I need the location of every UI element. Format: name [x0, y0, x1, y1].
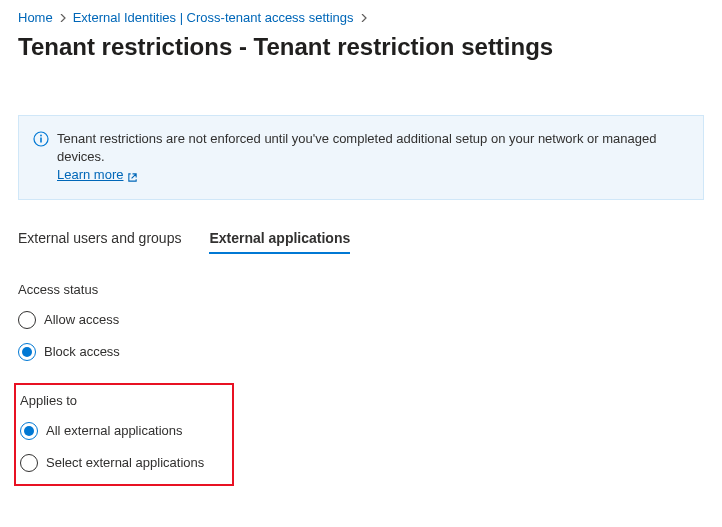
- learn-more-link[interactable]: Learn more: [57, 166, 138, 184]
- page-title: Tenant restrictions - Tenant restriction…: [18, 33, 704, 61]
- tab-external-users-groups[interactable]: External users and groups: [18, 224, 181, 254]
- radio-label: Allow access: [44, 312, 119, 327]
- radio-allow-access[interactable]: Allow access: [18, 311, 704, 329]
- radio-select-external-applications[interactable]: Select external applications: [20, 454, 204, 472]
- chevron-right-icon: [358, 14, 370, 22]
- access-status-group: Access status Allow access Block access: [18, 282, 704, 361]
- breadcrumb-external-identities[interactable]: External Identities | Cross-tenant acces…: [73, 10, 354, 25]
- radio-icon: [18, 343, 36, 361]
- breadcrumb-home[interactable]: Home: [18, 10, 53, 25]
- external-link-icon: [127, 170, 138, 181]
- radio-label: Select external applications: [46, 455, 204, 470]
- info-text: Tenant restrictions are not enforced unt…: [57, 130, 689, 185]
- access-status-label: Access status: [18, 282, 704, 297]
- radio-label: All external applications: [46, 423, 183, 438]
- applies-to-label: Applies to: [20, 393, 204, 408]
- info-message: Tenant restrictions are not enforced unt…: [57, 131, 656, 164]
- tab-external-applications[interactable]: External applications: [209, 224, 350, 254]
- info-icon: [33, 131, 49, 150]
- svg-point-1: [40, 135, 42, 137]
- radio-icon: [18, 311, 36, 329]
- radio-icon: [20, 422, 38, 440]
- radio-all-external-applications[interactable]: All external applications: [20, 422, 204, 440]
- radio-label: Block access: [44, 344, 120, 359]
- tabs: External users and groups External appli…: [18, 224, 704, 254]
- chevron-right-icon: [57, 14, 69, 22]
- learn-more-label: Learn more: [57, 166, 123, 184]
- applies-to-highlight: Applies to All external applications Sel…: [14, 383, 234, 486]
- info-banner: Tenant restrictions are not enforced unt…: [18, 115, 704, 200]
- svg-rect-2: [40, 138, 42, 143]
- radio-block-access[interactable]: Block access: [18, 343, 704, 361]
- radio-icon: [20, 454, 38, 472]
- breadcrumb: Home External Identities | Cross-tenant …: [18, 10, 704, 25]
